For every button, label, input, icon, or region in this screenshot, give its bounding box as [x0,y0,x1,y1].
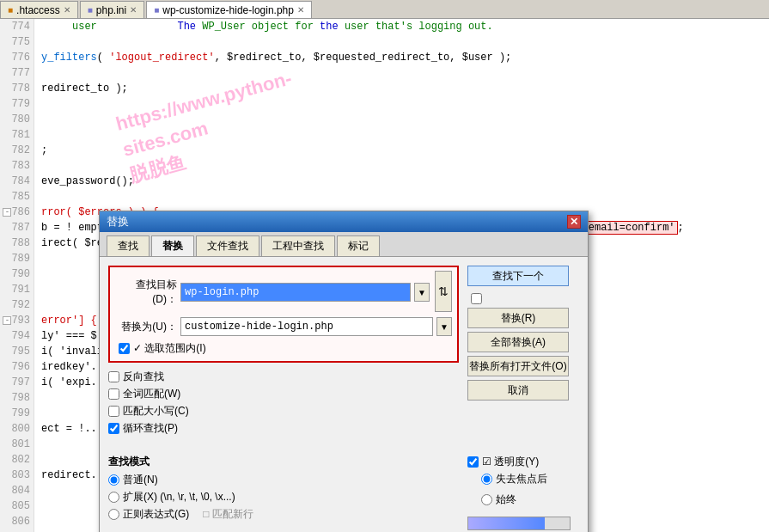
dialog-tab-replace[interactable]: 替换 [151,235,194,256]
transparency-label: ☑ 透明度(Y) [482,455,539,469]
loop-search-checkbox[interactable] [108,423,119,434]
swap-button[interactable]: ⇅ [435,271,452,312]
select-range-row: ✓ 选取范围内(I) [115,341,452,356]
select-range-text: ✓ 选取范围内(I) [133,341,206,356]
search-mode-title: 查找模式 [108,455,459,469]
reverse-search-row: 反向查找 [108,370,459,384]
dialog-bottom: 查找模式 普通(N) 扩展(X) (\n, \r, \t, \0, \x...)… [100,451,588,532]
replace-dropdown-button[interactable]: ▼ [436,317,452,336]
loop-search-label: 循环查找(P) [123,421,178,436]
always-label: 始终 [496,492,516,507]
on-lose-focus-label: 失去焦点后 [496,472,547,486]
replace-input[interactable] [180,317,433,336]
replace-label: 替换为(U)： [115,320,177,334]
whole-word-row: 全词匹配(W) [108,387,459,401]
replace-dialog: 替换 ✕ 查找 替换 文件查找 工程中查找 标记 查找目标(D)： [99,211,589,532]
bottom-right-transparency: ☑ 透明度(Y) 失去焦点后 始终 [467,451,579,530]
extended-mode-row: 扩展(X) (\n, \r, \t, \0, \x...) [108,490,459,504]
dialog-title: 替换 [107,214,129,229]
select-range-label: ✓ 选取范围内(I) [119,341,206,356]
transparency-section: ☑ 透明度(Y) 失去焦点后 始终 [467,455,579,530]
find-input[interactable] [180,283,411,302]
slider-row [467,517,579,530]
dialog-tab-find[interactable]: 查找 [107,235,150,256]
cancel-button[interactable]: 取消 [467,380,569,401]
always-row: 始终 [481,492,579,507]
regex-mode-radio[interactable] [108,509,119,520]
dialog-right-buttons: 查找下一个 替换(R) 全部替换(A) 替换所有打开文件(O) 取消 [467,266,579,443]
reverse-search-label: 反向查找 [123,370,164,384]
find-field-row: 查找目标(D)： ▼ ⇅ [115,272,452,312]
always-radio[interactable] [481,494,492,505]
dialog-tab-project-find[interactable]: 工程中查找 [261,235,335,256]
dialog-close-button[interactable]: ✕ [567,215,581,229]
whole-word-label: 全词匹配(W) [123,387,180,401]
transparency-options: 失去焦点后 始终 [467,472,579,530]
editor-area: ■ .htaccess ✕ ■ php.ini ✕ ■ wp-customize… [0,0,769,532]
search-mode-section: 查找模式 普通(N) 扩展(X) (\n, \r, \t, \0, \x...)… [108,455,459,522]
find-next-checkbox[interactable] [471,293,482,304]
regex-option-label: □ 匹配新行 [203,507,253,522]
replace-all-button[interactable]: 全部替换(A) [467,332,569,352]
normal-mode-row: 普通(N) [108,473,459,487]
extended-mode-radio[interactable] [108,492,119,503]
dialog-tabs: 查找 替换 文件查找 工程中查找 标记 [100,232,588,257]
transparency-checkbox[interactable] [467,456,479,468]
regex-mode-row: 正则表达式(G) □ 匹配新行 [108,507,459,522]
dialog-titlebar: 替换 ✕ [100,211,588,232]
select-range-checkbox[interactable] [119,343,130,354]
regex-mode-label: 正则表达式(G) [123,507,189,522]
match-case-row: 匹配大小写(C) [108,404,459,419]
transparency-checkbox-row: ☑ 透明度(Y) [467,455,579,469]
on-lose-focus-row: 失去焦点后 [481,472,579,486]
checkboxes-section: 反向查找 全词匹配(W) 匹配大小写(C) 循环查找(P) [108,370,459,436]
reverse-search-checkbox[interactable] [108,371,119,382]
search-fields-container: 查找目标(D)： ▼ ⇅ 替换为(U)： ▼ [108,266,459,363]
match-case-label: 匹配大小写(C) [123,404,189,419]
find-next-button[interactable]: 查找下一个 [467,266,569,286]
normal-mode-label: 普通(N) [123,473,158,487]
replace-button[interactable]: 替换(R) [467,308,569,328]
on-lose-focus-radio[interactable] [481,474,492,485]
normal-mode-radio[interactable] [108,474,119,486]
match-case-checkbox[interactable] [108,406,119,417]
extended-mode-label: 扩展(X) (\n, \r, \t, \0, \x...) [123,490,235,504]
find-label: 查找目标(D)： [115,278,177,307]
find-dropdown-button[interactable]: ▼ [414,283,430,302]
loop-search-row: 循环查找(P) [108,421,459,436]
dialog-left: 查找目标(D)： ▼ ⇅ 替换为(U)： ▼ [108,266,459,443]
replace-field-row: 替换为(U)： ▼ [115,317,452,336]
dialog-tab-file-find[interactable]: 文件查找 [196,235,259,256]
dialog-tab-mark[interactable]: 标记 [337,235,380,256]
replace-all-open-button[interactable]: 替换所有打开文件(O) [467,356,569,376]
dialog-overlay: 替换 ✕ 查找 替换 文件查找 工程中查找 标记 查找目标(D)： [0,0,769,532]
dialog-body: 查找目标(D)： ▼ ⇅ 替换为(U)： ▼ [100,257,588,451]
bottom-left: 查找模式 普通(N) 扩展(X) (\n, \r, \t, \0, \x...)… [108,451,459,530]
whole-word-checkbox[interactable] [108,388,119,400]
